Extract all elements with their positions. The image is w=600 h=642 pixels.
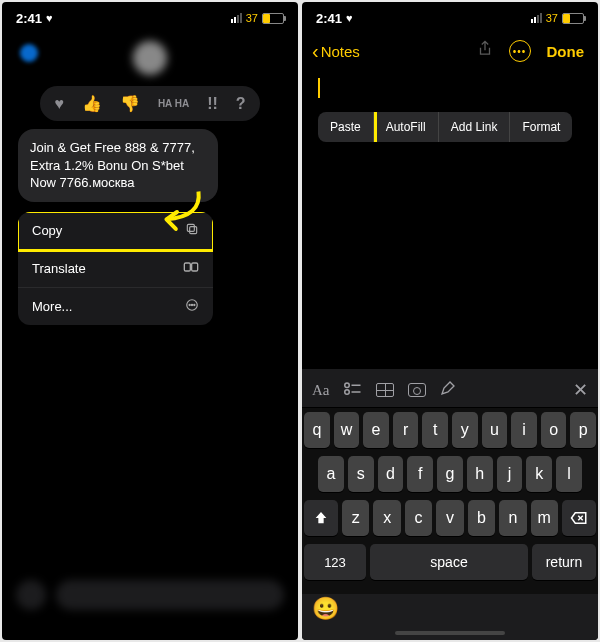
- markup-pen-icon[interactable]: [440, 380, 456, 400]
- svg-point-8: [344, 383, 349, 388]
- key-h[interactable]: h: [467, 456, 493, 492]
- messages-screen: 2:41 ♥ 37 ♥ 👍 👎 HA HA !! ?: [2, 2, 298, 640]
- key-b[interactable]: b: [468, 500, 495, 536]
- svg-point-6: [191, 304, 192, 305]
- back-label: Notes: [321, 43, 360, 60]
- edit-context-menu: Paste AutoFill Add Link Format: [318, 112, 572, 142]
- battery-percent: 37: [246, 12, 258, 24]
- key-z[interactable]: z: [342, 500, 369, 536]
- status-bar: 2:41 ♥ 37: [2, 2, 298, 30]
- keyboard: Aa ✕ q w e r t y u: [302, 369, 598, 640]
- status-time: 2:41: [316, 11, 342, 26]
- more-ellipsis-icon: [185, 298, 199, 315]
- menu-addlink[interactable]: Add Link: [439, 112, 511, 142]
- key-space[interactable]: space: [370, 544, 528, 580]
- key-l[interactable]: l: [556, 456, 582, 492]
- status-bar: 2:41 ♥ 37: [302, 2, 598, 30]
- keyboard-row-1: q w e r t y u i o p: [304, 412, 596, 448]
- translate-icon: [183, 260, 199, 277]
- key-c[interactable]: c: [405, 500, 432, 536]
- status-time: 2:41: [16, 11, 42, 26]
- message-input-bar: [2, 570, 298, 620]
- heart-icon: ♥: [346, 12, 353, 24]
- svg-rect-2: [184, 263, 190, 271]
- keyboard-row-3: z x c v b n m: [304, 500, 596, 536]
- reaction-thumbsdown-icon[interactable]: 👎: [120, 94, 140, 113]
- back-button[interactable]: ‹ Notes: [312, 41, 360, 61]
- key-a[interactable]: a: [318, 456, 344, 492]
- tapback-reaction-bar: ♥ 👍 👎 HA HA !! ?: [40, 86, 259, 121]
- menu-translate[interactable]: Translate: [18, 250, 213, 288]
- svg-point-5: [189, 304, 190, 305]
- emoji-button[interactable]: 😀: [312, 596, 339, 622]
- menu-autofill[interactable]: AutoFill: [374, 112, 439, 142]
- more-button[interactable]: •••: [509, 40, 531, 62]
- battery-icon: [262, 13, 284, 24]
- signal-icon: [231, 13, 242, 23]
- key-delete[interactable]: [562, 500, 596, 536]
- key-o[interactable]: o: [541, 412, 567, 448]
- key-t[interactable]: t: [422, 412, 448, 448]
- done-button[interactable]: Done: [547, 43, 585, 60]
- key-i[interactable]: i: [511, 412, 537, 448]
- key-f[interactable]: f: [407, 456, 433, 492]
- reaction-heart-icon[interactable]: ♥: [54, 95, 64, 113]
- conversation-header: [2, 30, 298, 82]
- checklist-icon[interactable]: [344, 382, 362, 399]
- key-x[interactable]: x: [373, 500, 400, 536]
- key-d[interactable]: d: [378, 456, 404, 492]
- key-m[interactable]: m: [531, 500, 558, 536]
- key-u[interactable]: u: [482, 412, 508, 448]
- menu-copy-label: Copy: [32, 223, 62, 238]
- home-indicator[interactable]: [395, 631, 505, 635]
- key-k[interactable]: k: [526, 456, 552, 492]
- menu-more[interactable]: More...: [18, 288, 213, 325]
- menu-translate-label: Translate: [32, 261, 86, 276]
- reaction-exclaim-icon[interactable]: !!: [207, 95, 218, 113]
- reaction-thumbsup-icon[interactable]: 👍: [82, 94, 102, 113]
- svg-point-7: [194, 304, 195, 305]
- key-e[interactable]: e: [363, 412, 389, 448]
- message-text-input[interactable]: [56, 580, 284, 610]
- share-icon[interactable]: [477, 40, 493, 62]
- key-return[interactable]: return: [532, 544, 596, 580]
- menu-more-label: More...: [32, 299, 72, 314]
- format-aa-button[interactable]: Aa: [312, 382, 330, 399]
- chevron-left-icon: ‹: [312, 41, 319, 61]
- heart-icon: ♥: [46, 12, 53, 24]
- table-icon[interactable]: [376, 383, 394, 397]
- annotation-arrow: [145, 183, 209, 241]
- key-shift[interactable]: [304, 500, 338, 536]
- key-w[interactable]: w: [334, 412, 360, 448]
- key-n[interactable]: n: [499, 500, 526, 536]
- menu-paste[interactable]: Paste: [318, 112, 374, 142]
- keyboard-toolbar: Aa ✕: [302, 373, 598, 408]
- back-indicator[interactable]: [20, 44, 38, 62]
- key-v[interactable]: v: [436, 500, 463, 536]
- battery-percent: 37: [546, 12, 558, 24]
- signal-icon: [531, 13, 542, 23]
- keyboard-close-icon[interactable]: ✕: [573, 379, 588, 401]
- key-s[interactable]: s: [348, 456, 374, 492]
- notes-nav-bar: ‹ Notes ••• Done: [302, 30, 598, 74]
- svg-rect-3: [192, 263, 198, 271]
- key-r[interactable]: r: [393, 412, 419, 448]
- key-g[interactable]: g: [437, 456, 463, 492]
- key-123[interactable]: 123: [304, 544, 366, 580]
- key-q[interactable]: q: [304, 412, 330, 448]
- contact-avatar[interactable]: [133, 41, 167, 75]
- svg-point-10: [344, 389, 349, 394]
- text-cursor: [318, 78, 320, 98]
- key-y[interactable]: y: [452, 412, 478, 448]
- key-p[interactable]: p: [570, 412, 596, 448]
- keyboard-row-4: 123 space return: [304, 544, 596, 580]
- camera-icon[interactable]: [408, 383, 426, 397]
- notes-screen: 2:41 ♥ 37 ‹ Notes ••• Done: [302, 2, 598, 640]
- reaction-question-icon[interactable]: ?: [236, 95, 246, 113]
- battery-icon: [562, 13, 584, 24]
- key-j[interactable]: j: [497, 456, 523, 492]
- attach-button[interactable]: [16, 580, 46, 610]
- keyboard-row-2: a s d f g h j k l: [304, 456, 596, 492]
- reaction-haha-icon[interactable]: HA HA: [158, 99, 189, 109]
- menu-format[interactable]: Format: [510, 112, 572, 142]
